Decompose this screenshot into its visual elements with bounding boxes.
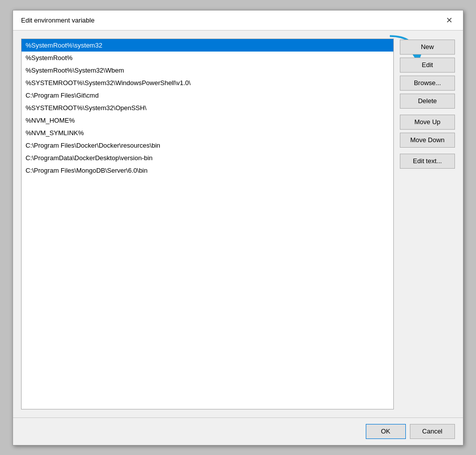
dialog-body: %SystemRoot%\system32%SystemRoot%%System… (13, 31, 463, 417)
title-bar: Edit environment variable ✕ (13, 11, 463, 31)
list-item[interactable]: %SystemRoot% (22, 52, 393, 64)
edit-env-variable-dialog: Edit environment variable ✕ %SystemRoot%… (13, 10, 463, 445)
move-down-button[interactable]: Move Down (400, 133, 455, 148)
buttons-wrapper: New Edit Browse... Delete Move Up Move D… (400, 39, 455, 409)
edit-text-button[interactable]: Edit text... (400, 154, 455, 169)
list-item[interactable]: %SYSTEMROOT%\System32\OpenSSH\ (22, 102, 393, 114)
list-item[interactable]: %SystemRoot%\System32\Wbem (22, 64, 393, 77)
cancel-button[interactable]: Cancel (410, 424, 455, 439)
delete-button[interactable]: Delete (400, 94, 455, 109)
list-item[interactable]: %NVM_HOME% (22, 114, 393, 127)
list-item[interactable]: C:\Program Files\MongoDB\Server\6.0\bin (22, 164, 393, 177)
list-item[interactable]: C:\Program Files\Docker\Docker\resources… (22, 139, 393, 152)
new-button[interactable]: New (400, 40, 455, 55)
list-item[interactable]: %NVM_SYMLINK% (22, 127, 393, 139)
list-item[interactable]: C:\ProgramData\DockerDesktop\version-bin (22, 152, 393, 164)
dialog-footer: OK Cancel (13, 417, 463, 445)
list-item[interactable]: %SystemRoot%\system32 (22, 39, 393, 52)
close-button[interactable]: ✕ (443, 14, 455, 26)
list-item[interactable]: C:\Program Files\Git\cmd (22, 89, 393, 102)
env-variable-list[interactable]: %SystemRoot%\system32%SystemRoot%%System… (21, 39, 394, 409)
dialog-title: Edit environment variable (21, 17, 95, 24)
browse-button[interactable]: Browse... (400, 76, 455, 91)
buttons-panel: New Edit Browse... Delete Move Up Move D… (400, 39, 455, 169)
edit-button[interactable]: Edit (400, 58, 455, 73)
move-up-button[interactable]: Move Up (400, 115, 455, 130)
ok-button[interactable]: OK (366, 424, 406, 439)
list-item[interactable]: %SYSTEMROOT%\System32\WindowsPowerShell\… (22, 77, 393, 89)
